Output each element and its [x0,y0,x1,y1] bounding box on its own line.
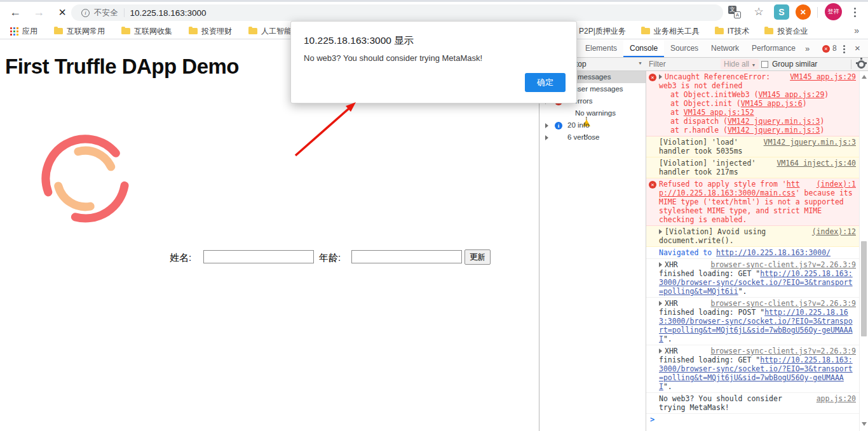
source-link[interactable]: browser-sync-client.js?v=2.26.3:9 [711,260,856,269]
tab-performance[interactable]: Performance [745,40,802,57]
console-violation-entry: VM164 inject.js:40 [Violation] 'injected… [646,157,860,178]
bookmark-folder[interactable]: 人工智能 [248,26,292,37]
alert-ok-button[interactable]: 确定 [525,73,566,92]
back-button[interactable]: ← [6,3,24,21]
expand-arrow-icon[interactable] [659,262,662,267]
navigation-link[interactable]: http://10.225.18.163:3000/ [716,248,831,257]
update-button[interactable]: 更新 [465,249,491,265]
page-info-icon[interactable]: i [81,9,90,17]
age-input[interactable] [351,250,462,263]
message-text: [Violation] 'load' handler took 5035ms [659,138,743,156]
expand-arrow-icon[interactable] [659,74,662,79]
stack-frame: at Object.init (VM145 app.js:6) [659,99,856,108]
bookmark-folder[interactable]: IT技术 [715,26,750,37]
console-navigation-entry: Navigated to http://10.225.18.163:3000/ [646,247,860,259]
stack-link[interactable]: VM142 jquery.min.js:3 [728,117,820,126]
expand-arrow-icon[interactable] [659,348,662,354]
sidebar-item-info[interactable]: i 20 info [539,119,646,131]
bookmark-label: 互联网常用 [67,26,105,37]
bookmark-folder[interactable]: 投资企业 [764,26,808,37]
devtools-menu-icon[interactable] [843,45,845,47]
folder-icon [764,28,773,34]
stack-link[interactable]: VM142 jquery.min.js:3 [728,126,820,135]
scroll-up-icon[interactable] [862,75,867,79]
folder-icon [54,28,63,34]
translate-icon-en: A [734,11,741,18]
bookmark-label: IT技术 [728,26,750,37]
source-link[interactable]: VM145 app.js:29 [790,72,856,81]
bookmarks-overflow-chevron[interactable]: » [854,25,859,36]
forward-button[interactable]: → [30,3,48,21]
source-link[interactable]: (index):12 [812,227,856,236]
console-filter-input[interactable] [649,58,712,70]
group-similar-checkbox[interactable] [761,61,768,68]
bookmark-folder[interactable]: 互联网常用 [54,26,105,37]
stop-button[interactable]: × [53,3,71,21]
bookmark-folder[interactable]: 互联网收集 [121,26,172,37]
tab-console[interactable]: Console [623,40,664,57]
navigation-label: Navigated to [659,248,716,257]
folder-icon [641,28,650,34]
scrollbar-thumb[interactable] [861,241,867,336]
browser-menu-icon[interactable] [854,8,856,10]
bookmark-label: 应用 [22,26,37,37]
bookmark-label: 投资理财 [201,26,232,37]
error-icon: × [649,181,656,189]
sidebar-item-verbose[interactable]: 6 verbose [539,131,646,143]
expand-arrow-icon[interactable] [659,229,662,234]
error-badge-icon: × [822,45,830,53]
error-icon: × [649,74,656,81]
translate-icon[interactable]: 文 A [728,6,741,18]
url-text[interactable]: 10.225.18.163:3000 [130,8,207,18]
more-tabs-chevron[interactable]: » [805,44,810,53]
tab-elements[interactable]: Elements [579,40,623,57]
console-error-entry: × (index):1 Refused to apply style from … [646,178,860,226]
tab-network[interactable]: Network [705,40,745,57]
name-input[interactable] [203,250,314,263]
devtools-close-icon[interactable]: × [855,43,860,53]
bookmark-label: 人工智能 [261,26,292,37]
browser-window: ← → × i 不安全 10.225.18.163:3000 文 A ☆ S ×… [0,0,868,431]
stack-link[interactable]: VM145 app.js:29 [758,90,824,99]
console-body: 34 messages 3 user messages × 8 errors N… [539,71,868,431]
console-scrollbar[interactable] [859,71,868,431]
source-link[interactable]: browser-sync-client.js?v=2.26.3:9 [711,299,856,308]
scroll-down-icon[interactable] [862,422,867,426]
source-link[interactable]: browser-sync-client.js?v=2.26.3:9 [711,347,856,355]
context-caret-icon: ▼ [638,61,642,65]
message-text: [Violation] Avoid using document.write()… [659,227,766,245]
console-violation-entry: VM142 jquery.min.js:3 [Violation] 'load'… [646,136,860,157]
bookmark-star-icon[interactable]: ☆ [750,3,768,21]
extension-teal-icon[interactable]: S [774,4,789,20]
apps-grid-icon [10,27,18,36]
alert-title: 10.225.18.163:3000 显示 [304,34,414,48]
source-link[interactable]: VM164 inject.js:40 [776,159,856,168]
console-log: × VM145 app.js:29 Uncaught ReferenceErro… [646,71,860,431]
source-link[interactable]: VM142 jquery.min.js:3 [764,138,856,147]
bookmark-folder[interactable]: 业务相关工具 [641,26,700,37]
address-bar[interactable]: i 不安全 10.225.18.163:3000 [71,4,723,21]
profile-avatar[interactable]: 登祥 [825,3,842,20]
expand-arrow-icon[interactable] [545,135,548,140]
settings-gear-icon[interactable] [857,60,865,69]
console-prompt[interactable]: > [646,414,860,427]
stack-link[interactable]: VM145 app.js:6 [741,99,803,108]
source-link[interactable]: (index):1 [817,180,856,189]
tab-sources[interactable]: Sources [664,40,705,57]
message-text: Refused to apply style from ' [659,180,787,189]
sidebar-item-warnings[interactable]: No warnings [539,107,646,119]
expand-arrow-icon[interactable] [545,123,548,128]
message-text: [Violation] 'injected' handler took 217m… [659,159,756,176]
name-label: 姓名: [170,252,191,264]
extension-orange-icon[interactable]: × [796,4,811,20]
bookmark-apps[interactable]: 应用 [10,26,37,37]
bookmark-folder[interactable]: 投资理财 [189,26,232,37]
expand-arrow-icon[interactable] [659,301,662,306]
toolbar-separator [817,7,818,18]
console-xhr-entry: browser-sync-client.js?v=2.26.3:9 XHR fi… [646,298,860,345]
console-violation-entry: (index):12 [Violation] Avoid using docum… [646,226,860,247]
stack-link[interactable]: VM145 app.js:152 [684,108,754,117]
context-selector[interactable]: top [576,60,587,69]
log-level-selector[interactable]: Hide all ▼ [721,59,759,69]
source-link[interactable]: app.js:20 [817,394,856,403]
